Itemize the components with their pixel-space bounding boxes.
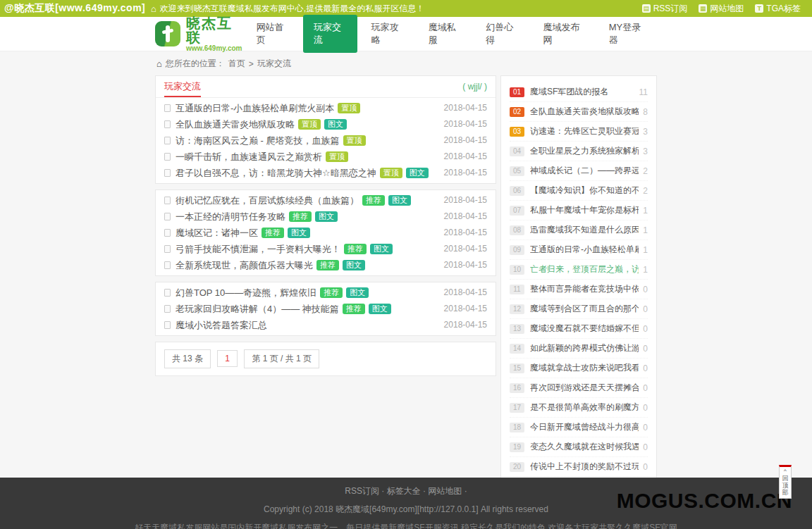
view-count: 1 (643, 225, 648, 235)
rank-item[interactable]: 02全队血族通关雷炎地狱版攻略8 (510, 102, 648, 122)
rank-number: 14 (510, 344, 524, 354)
document-icon (164, 229, 171, 237)
article-list: 互通版的日常-小血族轻松单刷荒火副本置顶2018-04-15全队血族通关雷炎地狱… (156, 98, 496, 183)
article-row: 幻兽TOP 10——奇迹熊，辉煌依旧推荐图文2018-04-15 (156, 285, 496, 301)
article-link[interactable]: 互通版的日常-小血族轻松单刷荒火副本 (176, 103, 334, 113)
rank-item[interactable]: 17是不是很简单高效率的刷魔方法呢估计没...0 (510, 398, 648, 418)
rank-item[interactable]: 09互通版的日常-小血族轻松单刷荒火副本...1 (510, 240, 648, 260)
article-link[interactable]: 弓箭手技能不慎泄漏，一手资料大曝光！ (176, 244, 340, 254)
rank-item[interactable]: 01魔域SF军团战的报名11 (510, 82, 648, 102)
document-icon (164, 321, 171, 329)
article-link[interactable]: 幻兽TOP 10——奇迹熊，辉煌依旧 (176, 287, 316, 298)
article-group-box: 街机记忆应犹在，百层试炼续经典（血族篇）推荐图文2018-04-15一本正经的清… (155, 189, 496, 276)
nav-item[interactable]: 魔域发布网 (533, 15, 596, 53)
rank-number: 17 (510, 403, 524, 413)
rank-item[interactable]: 06【魔域冷知识】你不知道的不知火舞2 (510, 181, 648, 201)
logo-icon (155, 21, 180, 46)
rank-item[interactable]: 11整体而言异能者在竞技场中依然处于劣势...0 (510, 280, 648, 299)
rank-title: 私服十年魔域十年宠你是标杆又没有逼着... (530, 204, 639, 216)
rank-item[interactable]: 13魔域没魔石就不要结婚嫁不但没给我红包...0 (510, 319, 648, 339)
article-row: 街机记忆应犹在，百层试炼续经典（血族篇）推荐图文2018-04-15 (156, 192, 496, 209)
rank-item[interactable]: 19变态久久魔域就在这时候我遇到了我老婆...0 (510, 437, 648, 457)
site-logo[interactable]: 晓杰互联 www.649my.com (155, 16, 243, 52)
rank-item[interactable]: 03访速递：先锋区亡灵职业赛冠军对全新亡...3 (510, 122, 648, 142)
article-link[interactable]: 一本正经的清明节任务攻略 (176, 211, 285, 222)
view-count: 0 (643, 304, 648, 314)
rank-item[interactable]: 21魔域s服在一次组队练级时我认识了龙哥...0 (510, 477, 648, 478)
footer-link[interactable]: 标签大全 (387, 486, 421, 496)
rank-title: 全职业星辰之力系统独家解析——亡灵篇... (530, 145, 639, 157)
rank-item[interactable]: 08迅雷魔域我不知道是什么原因第一次玩网...1 (510, 220, 648, 240)
article-link[interactable]: 访：海南区风云之巅 - 爬塔竞技，血族篇 (176, 135, 340, 146)
article-link[interactable]: 老玩家回归攻略讲解（4）—— 神技能篇 (176, 304, 339, 314)
nav-item[interactable]: 玩家交流 (303, 15, 357, 53)
rank-item[interactable]: 10亡者归来，登顶百层之巅，访：沫然1 (510, 260, 648, 280)
site-header: 晓杰互联 www.649my.com 网站首页玩家交流玩家攻略魔域私服幻兽心得魔… (0, 17, 812, 51)
panel-title[interactable]: 玩家交流 (164, 76, 201, 97)
footer-link[interactable]: 网站地图 (428, 486, 462, 496)
footer-description: 好天天魔域私发服网站是国内新开魔域私服发布网之一，每日提供最新魔域SF开服资讯,… (0, 522, 812, 529)
article-link[interactable]: 魔域小说答题答案汇总 (176, 320, 267, 330)
back-to-top-button[interactable]: ^ 回顶部 (779, 465, 792, 499)
rank-item[interactable]: 20传说中上不封顶的奖励不过玩家的智慧总...0 (510, 457, 648, 477)
article-list: 幻兽TOP 10——奇迹熊，辉煌依旧推荐图文2018-04-15老玩家回归攻略讲… (156, 282, 496, 335)
badge-pic: 图文 (406, 168, 429, 178)
rank-title: 【魔域冷知识】你不知道的不知火舞 (530, 185, 639, 197)
rank-title: 迅雷魔域我不知道是什么原因第一次玩网... (530, 224, 639, 236)
article-link[interactable]: 魔域区记：诸神一区 (176, 228, 258, 238)
article-link[interactable]: 全新系统现世，高颜值乐器大曝光 (176, 260, 313, 270)
nav-item[interactable]: MY登录器 (598, 15, 657, 53)
badge-pic: 图文 (369, 304, 391, 314)
article-link[interactable]: 全队血族通关雷炎地狱版攻略 (176, 119, 295, 130)
article-link[interactable]: 一瞬千击斩，血族速通风云之巅赏析 (176, 151, 322, 162)
rank-item[interactable]: 15魔域就拿战士攻防来说吧我看过许多的合...0 (510, 359, 648, 378)
rank-item[interactable]: 04全职业星辰之力系统独家解析——亡灵篇...3 (510, 142, 648, 161)
rank-item[interactable]: 14如此新颖的跨界模式仿佛让游戏中的黑豹...0 (510, 339, 648, 359)
article-row: 魔域小说答题答案汇总2018-04-15 (156, 317, 496, 333)
topbar-link[interactable]: ▦网站地图 (699, 3, 744, 15)
badge-pic: 图文 (370, 244, 393, 254)
nav-item[interactable]: 网站首页 (246, 15, 300, 53)
nav-item[interactable]: 玩家攻略 (360, 15, 414, 53)
article-row: 弓箭手技能不慎泄漏，一手资料大曝光！推荐图文2018-04-15 (156, 241, 496, 257)
rank-title: 是不是很简单高效率的刷魔方法呢估计没... (530, 402, 639, 413)
rank-item[interactable]: 05神域成长记（二）——跨界远征2 (510, 161, 648, 181)
badge-rec: 推荐 (320, 287, 343, 298)
view-count: 1 (643, 265, 648, 275)
nav-item[interactable]: 魔域私服 (418, 15, 472, 53)
article-link[interactable]: 君子以自强不息，访：暗黑龙骑大神☆暗黑恋之神 (176, 168, 376, 178)
pagination-page-1[interactable]: 1 (217, 350, 238, 367)
article-row: 全队血族通关雷炎地狱版攻略置顶图文2018-04-15 (156, 116, 496, 132)
rank-item[interactable]: 07私服十年魔域十年宠你是标杆又没有逼着...1 (510, 201, 648, 220)
topbar-link[interactable]: ▤RSS订阅 (642, 3, 688, 15)
footer-link[interactable]: RSS订阅 (345, 486, 379, 496)
rank-number: 01 (510, 87, 524, 97)
rank-title: 传说中上不封顶的奖励不过玩家的智慧总... (530, 461, 639, 473)
rank-item[interactable]: 12魔域等到合区了而且合的那个区物价相对...0 (510, 299, 648, 319)
document-icon (164, 245, 171, 253)
topbar-link[interactable]: TTGA标签 (755, 3, 801, 15)
badge-top: 置顶 (338, 103, 360, 113)
badge-rec: 推荐 (362, 195, 385, 206)
rank-title: 访速递：先锋区亡灵职业赛冠军对全新亡... (530, 125, 639, 137)
article-link[interactable]: 街机记忆应犹在，百层试炼续经典（血族篇） (176, 195, 359, 206)
rank-number: 02 (510, 107, 524, 117)
view-count: 0 (643, 324, 648, 334)
rank-title: 再次回到游戏还是天天摆摊合区了柳儿的... (530, 382, 639, 394)
site-label: @晓杰互联[www.649my.com] (0, 2, 151, 15)
tag-icon: T (755, 4, 763, 13)
pagination-info: 第 1 页 / 共 1 页 (244, 349, 319, 368)
view-count: 2 (643, 186, 648, 196)
view-count: 0 (643, 363, 648, 373)
breadcrumb-home-link[interactable]: 首页 (228, 58, 245, 70)
nav-item[interactable]: 幻兽心得 (475, 15, 529, 53)
rank-item[interactable]: 16再次回到游戏还是天天摆摊合区了柳儿的...0 (510, 378, 648, 398)
rank-number: 04 (510, 147, 524, 156)
page-body: ⌂ 您所在的位置： 首页 > 玩家交流 玩家交流 ( wjjl/ ) 互通版的日… (0, 51, 812, 478)
chevron-up-icon: ^ (780, 468, 791, 475)
back-to-top-label-char: 部 (780, 489, 791, 496)
rank-number: 13 (510, 324, 524, 334)
document-icon (164, 213, 171, 220)
rank-item[interactable]: 18今日新开魔域曾经战斗力很高的时候为了...0 (510, 418, 648, 437)
view-count: 11 (639, 87, 648, 97)
